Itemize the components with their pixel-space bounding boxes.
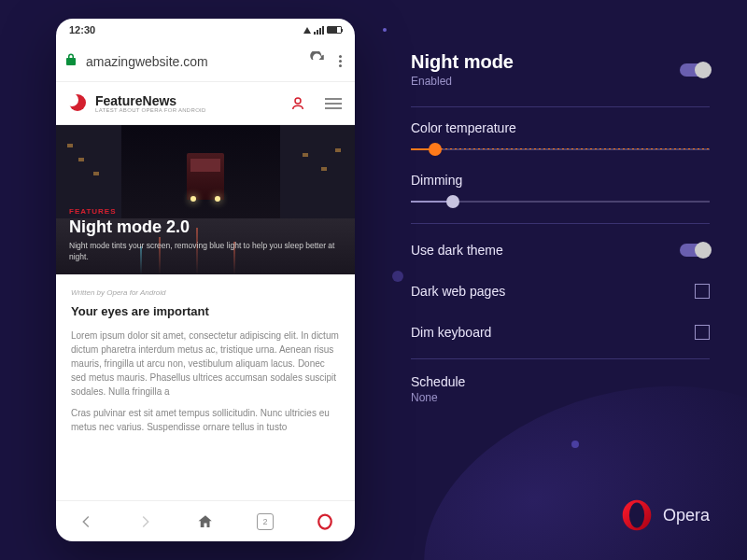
color-temp-slider[interactable] [411, 148, 710, 150]
article-p2: Cras pulvinar est sit amet tempus sollic… [71, 406, 340, 434]
forward-icon[interactable] [132, 513, 160, 530]
svg-point-2 [629, 503, 644, 528]
clock: 12:30 [69, 24, 95, 35]
user-icon[interactable] [289, 95, 306, 112]
dim-keyboard-checkbox[interactable] [695, 325, 710, 340]
site-logo-text: FeatureNews [95, 94, 206, 107]
dark-theme-toggle[interactable] [680, 244, 710, 257]
hero-title: Night mode 2.0 [69, 217, 342, 237]
night-mode-toggle[interactable] [680, 63, 710, 77]
color-temp-label: Color temperature [411, 120, 710, 135]
bottom-nav: 2 [56, 500, 355, 541]
phone-frame: 12:30 amazingwebsite.com FeatureNews LAT… [56, 19, 355, 541]
settings-panel: Night mode Enabled Color temperature Dim… [411, 51, 710, 417]
article-heading: Your eyes are important [71, 302, 340, 321]
dimming-label: Dimming [411, 173, 710, 188]
dark-pages-label: Dark web pages [411, 284, 505, 299]
address-bar[interactable]: amazingwebsite.com [56, 41, 355, 82]
opera-brand: Opera [620, 498, 710, 532]
reload-icon[interactable] [309, 51, 326, 72]
svg-point-0 [318, 514, 331, 528]
dim-keyboard-label: Dim keyboard [411, 325, 491, 340]
schedule-value: None [411, 391, 465, 404]
cell-icon [314, 26, 324, 35]
hero-image: FEATURES Night mode 2.0 Night mode tints… [56, 125, 355, 274]
tabs-icon[interactable]: 2 [251, 513, 279, 530]
article-body: Written by Opera for Android Your eyes a… [56, 274, 355, 500]
site-logo-icon [69, 94, 88, 113]
settings-status: Enabled [411, 75, 514, 88]
settings-title: Night mode [411, 51, 514, 73]
status-bar: 12:30 [56, 19, 355, 41]
home-icon[interactable] [191, 513, 219, 530]
dimming-slider[interactable] [411, 201, 710, 203]
article-byline: Written by Opera for Android [71, 287, 340, 299]
menu-icon[interactable] [325, 98, 342, 109]
schedule-label: Schedule [411, 374, 465, 389]
dark-pages-checkbox[interactable] [695, 284, 710, 299]
url-text: amazingwebsite.com [86, 54, 300, 69]
opera-logo-icon [620, 498, 654, 532]
site-header: FeatureNews LATEST ABOUT OPERA FOR ANDRO… [56, 82, 355, 125]
hero-tag: FEATURES [69, 207, 342, 216]
hero-desc: Night mode tints your screen, removing b… [69, 241, 342, 263]
lock-icon [65, 53, 77, 69]
opera-menu-icon[interactable] [311, 513, 339, 530]
dark-theme-label: Use dark theme [411, 243, 503, 258]
site-logo-sub: LATEST ABOUT OPERA FOR ANDROID [95, 107, 206, 113]
opera-brand-text: Opera [663, 506, 710, 525]
battery-icon [327, 26, 342, 34]
more-icon[interactable] [335, 51, 345, 71]
schedule-row[interactable]: Schedule None [411, 365, 710, 417]
article-p1: Lorem ipsum dolor sit amet, consectetur … [71, 329, 340, 399]
signal-icon [303, 27, 311, 34]
back-icon[interactable] [72, 513, 100, 530]
